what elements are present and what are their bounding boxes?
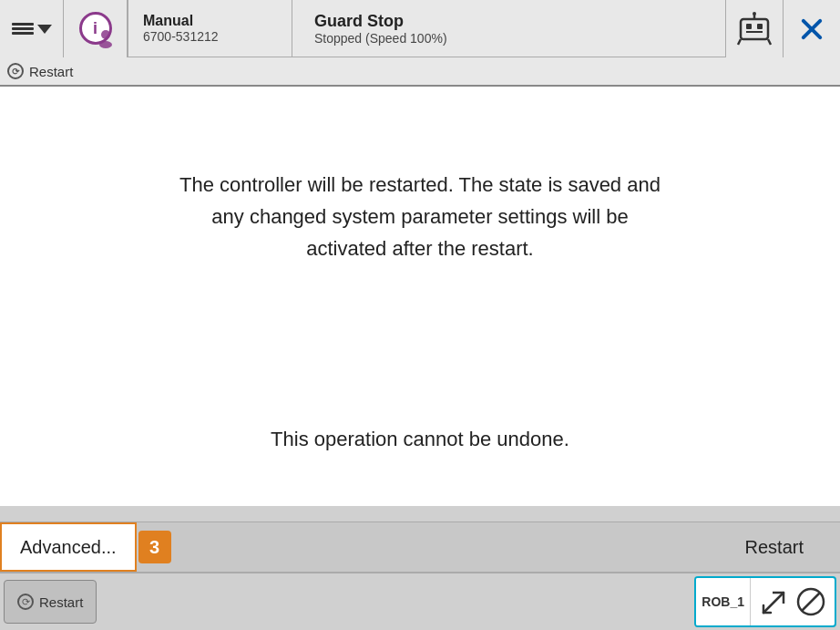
status-restart-label: Restart: [39, 594, 83, 610]
restart-button[interactable]: Restart: [709, 522, 840, 572]
person-icon: [96, 28, 116, 48]
status-restart-button[interactable]: ⟳ Restart: [4, 580, 97, 624]
header-left-controls: i: [0, 0, 128, 57]
svg-point-6: [753, 12, 756, 15]
header-right-controls: [725, 0, 840, 57]
close-button[interactable]: [783, 0, 840, 57]
header: i Manual 6700-531212 Guard Stop Stopped …: [0, 0, 840, 57]
status-right-panel: ROB_1: [694, 576, 836, 627]
svg-rect-3: [746, 24, 752, 29]
svg-line-7: [738, 39, 741, 45]
status-bar: ⟳ Restart ROB_1: [0, 573, 840, 630]
restart-label: Restart: [745, 537, 804, 558]
motion-arrow-icon: [758, 585, 791, 618]
svg-rect-2: [741, 19, 768, 39]
svg-point-1: [99, 41, 112, 48]
chevron-down-icon: [37, 25, 52, 34]
subheader-label: Restart: [29, 64, 73, 79]
status-motion-icons: [751, 582, 835, 622]
main-text-top: The controller will be restarted. The st…: [179, 169, 661, 265]
toolbar-left: Advanced... 3: [0, 522, 171, 572]
robot-icon: [737, 12, 772, 46]
advanced-label: Advanced...: [20, 537, 117, 558]
svg-point-0: [101, 30, 110, 39]
main-message: The controller will be restarted. The st…: [179, 150, 661, 265]
info-button[interactable]: i: [64, 0, 128, 57]
main-warning: This operation cannot be undone.: [271, 428, 569, 470]
subheader: ⟳ Restart: [0, 57, 840, 87]
status-restart-icon: ⟳: [17, 594, 34, 610]
badge-number: 3: [138, 531, 171, 563]
advanced-button[interactable]: Advanced...: [0, 522, 137, 572]
close-icon: [795, 13, 828, 46]
menu-button[interactable]: [0, 0, 64, 57]
rob-label: ROB_1: [696, 578, 751, 625]
info-person-icon: i: [76, 8, 116, 48]
restart-circle-icon: ⟳: [7, 63, 24, 79]
svg-line-10: [763, 593, 784, 613]
svg-line-14: [802, 593, 820, 611]
bottom-toolbar: Advanced... 3 Restart: [0, 522, 840, 573]
header-status-title: Guard Stop: [314, 12, 703, 31]
svg-line-8: [768, 39, 771, 45]
hamburger-icon: [12, 23, 34, 35]
header-device-id: 6700-531212: [143, 29, 277, 44]
main-content: The controller will be restarted. The st…: [0, 87, 840, 506]
warning-text: This operation cannot be undone.: [271, 428, 569, 451]
svg-rect-4: [757, 24, 763, 29]
robot-status-button[interactable]: [725, 0, 783, 57]
header-mode: Manual: [143, 13, 277, 29]
subheader-restart-label: ⟳ Restart: [7, 63, 73, 79]
header-device-info: Manual 6700-531212: [128, 0, 292, 57]
header-status: Guard Stop Stopped (Speed 100%): [292, 0, 725, 57]
no-entry-icon: [794, 585, 827, 618]
header-status-sub: Stopped (Speed 100%): [314, 31, 703, 46]
